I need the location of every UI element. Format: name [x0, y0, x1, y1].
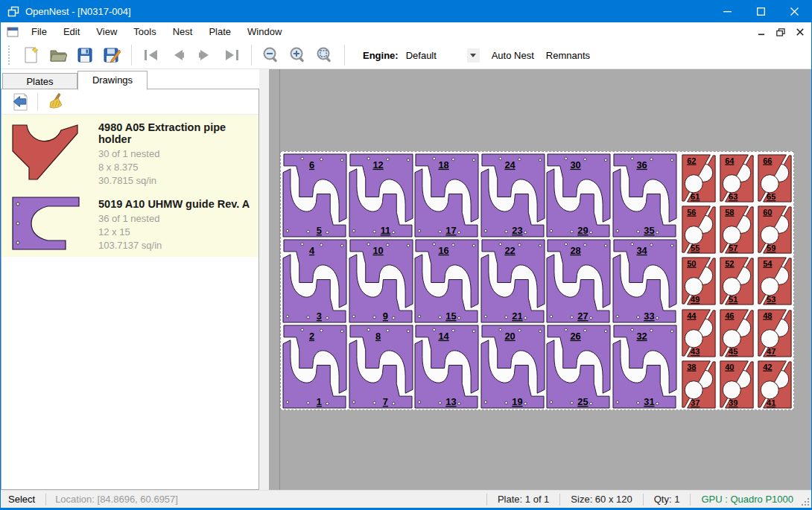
toolbar-grip[interactable] [8, 45, 12, 65]
purple-part-pair[interactable]: 1615 [414, 239, 479, 323]
resize-grip-icon[interactable] [801, 491, 811, 508]
menu-tools[interactable]: Tools [125, 22, 164, 42]
purple-part-pair[interactable]: 1413 [414, 325, 479, 409]
menu-file[interactable]: File [23, 22, 55, 42]
purple-part-pair[interactable]: 65 [282, 153, 347, 238]
last-plate-icon[interactable] [218, 44, 245, 66]
drawing-item-extraction-pipe-holder[interactable]: 4980 A05 Extraction pipe holder 30 of 1 … [1, 115, 258, 191]
drawing-item-uhmw-guide[interactable]: 5019 A10 UHMW guide Rev. A 36 of 1 neste… [1, 191, 258, 257]
purple-part-pair[interactable]: 3029 [546, 153, 611, 238]
purple-part-pair[interactable]: 109 [349, 239, 413, 323]
tab-plates[interactable]: Plates [2, 73, 77, 89]
menu-edit[interactable]: Edit [55, 22, 88, 42]
previous-plate-icon[interactable] [165, 44, 191, 66]
save-as-icon[interactable] [98, 44, 125, 66]
red-part-pair[interactable]: 5655 [680, 205, 717, 255]
engine-dropdown-button[interactable] [467, 48, 480, 63]
svg-text:61: 61 [691, 192, 700, 201]
clear-broom-icon[interactable] [42, 92, 68, 112]
svg-text:58: 58 [725, 208, 734, 217]
red-part-pair[interactable]: 6059 [756, 205, 793, 255]
menu-window[interactable]: Window [239, 22, 290, 42]
purple-part-pair[interactable]: 2221 [480, 239, 545, 323]
zoom-in-icon[interactable] [285, 44, 311, 66]
svg-text:65: 65 [767, 192, 775, 201]
red-part-pair[interactable]: 5857 [718, 205, 755, 255]
svg-text:13: 13 [445, 396, 456, 407]
red-part-pair[interactable]: 5453 [756, 256, 793, 306]
purple-part-pair[interactable]: 3635 [612, 153, 677, 238]
purple-part-pair[interactable]: 1211 [349, 153, 413, 238]
tab-drawings[interactable]: Drawings [77, 71, 148, 90]
zoom-fit-icon[interactable] [311, 44, 338, 66]
plate[interactable]: 6512111817242330293635431091615222128273… [280, 151, 794, 410]
red-part-pair[interactable]: 4241 [756, 360, 793, 409]
close-icon[interactable] [778, 0, 811, 22]
purple-part-pair[interactable]: 2019 [480, 325, 545, 409]
red-part-pair[interactable]: 3837 [680, 360, 717, 409]
import-drawing-icon[interactable] [7, 92, 33, 112]
next-plate-icon[interactable] [191, 44, 218, 66]
svg-text:21: 21 [512, 310, 522, 322]
nest-canvas[interactable]: 6512111817242330293635431091615222128273… [269, 69, 811, 490]
purple-part-pair[interactable]: 43 [282, 239, 347, 323]
maximize-icon[interactable] [744, 0, 778, 22]
red-part-pair[interactable]: 6463 [718, 153, 755, 203]
engine-label: Engine: [363, 50, 399, 61]
menu-plate[interactable]: Plate [200, 22, 239, 42]
purple-part-pair[interactable]: 2625 [546, 325, 611, 409]
panel-splitter[interactable] [259, 69, 269, 490]
svg-text:60: 60 [763, 208, 772, 217]
svg-text:6: 6 [309, 159, 314, 170]
menu-bar: File Edit View Tools Nest Plate Window [1, 22, 811, 42]
purple-part-pair[interactable]: 3231 [612, 325, 677, 409]
svg-text:2: 2 [309, 331, 314, 342]
menu-nest[interactable]: Nest [165, 22, 201, 42]
svg-text:11: 11 [380, 225, 390, 236]
red-part-pair[interactable]: 6665 [756, 153, 793, 203]
red-part-pair[interactable]: 5049 [680, 256, 717, 306]
red-part-pair[interactable]: 4443 [680, 308, 717, 358]
first-plate-icon[interactable] [138, 44, 165, 66]
app-icon [7, 6, 19, 17]
svg-text:51: 51 [729, 295, 738, 304]
svg-text:33: 33 [644, 310, 654, 322]
mdi-close-icon[interactable] [792, 25, 808, 39]
svg-text:38: 38 [687, 362, 696, 371]
mdi-minimize-icon[interactable] [753, 25, 770, 39]
drawing-title: 4980 A05 Extraction pipe holder [98, 121, 256, 145]
red-part-pair[interactable]: 4039 [718, 360, 755, 409]
svg-text:46: 46 [725, 310, 734, 319]
engine-value[interactable]: Default [406, 50, 464, 61]
purple-part-pair[interactable]: 87 [349, 325, 413, 409]
svg-text:17: 17 [445, 225, 456, 236]
tab-strip: Plates Drawings [1, 69, 259, 89]
engine-selector: Engine: Default [363, 48, 480, 63]
svg-text:12: 12 [372, 159, 383, 170]
purple-part-pair[interactable]: 2827 [546, 239, 611, 323]
purple-part-pair[interactable]: 21 [282, 325, 347, 409]
main-toolbar: Engine: Default Auto Nest Remnants [1, 42, 811, 69]
svg-text:35: 35 [644, 225, 654, 236]
document-icon[interactable] [7, 27, 19, 37]
red-part-pair[interactable]: 4645 [718, 308, 755, 358]
purple-part-pair[interactable]: 2423 [480, 153, 545, 238]
red-part-pair[interactable]: 5251 [718, 256, 755, 306]
svg-text:47: 47 [767, 347, 775, 356]
zoom-out-icon[interactable] [258, 44, 285, 66]
purple-part-pair[interactable]: 3433 [612, 239, 677, 323]
new-file-icon[interactable] [18, 44, 45, 66]
open-file-icon[interactable] [45, 44, 72, 66]
auto-nest-button[interactable]: Auto Nest [492, 50, 534, 61]
red-part-pair[interactable]: 4847 [756, 308, 793, 358]
svg-text:19: 19 [512, 396, 522, 407]
svg-text:55: 55 [691, 243, 700, 252]
remnants-button[interactable]: Remnants [546, 50, 590, 61]
minimize-icon[interactable] [711, 0, 744, 22]
red-part-pair[interactable]: 6261 [680, 153, 717, 203]
save-icon[interactable] [72, 44, 98, 66]
menu-view[interactable]: View [88, 22, 125, 42]
purple-part-pair[interactable]: 1817 [414, 153, 479, 238]
drawings-toolbar [1, 89, 258, 115]
mdi-restore-icon[interactable] [773, 25, 789, 39]
